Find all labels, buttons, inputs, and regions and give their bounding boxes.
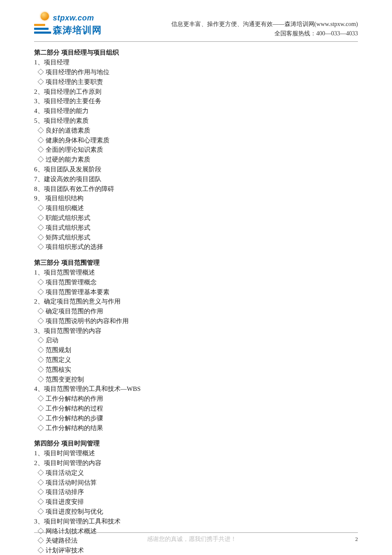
outline-item: 3、项目经理的主要任务	[34, 96, 358, 106]
logo: stpxw.com 森涛培训网	[34, 12, 102, 36]
section-title: 第二部分 项目经理与项目组织	[34, 48, 358, 58]
outline-sub-item: ◇ 全面的理论知识素质	[34, 145, 358, 155]
outline-item: 8、项目团队有效工作的障碍	[34, 184, 358, 194]
outline-sub-item: ◇ 健康的身体和心理素质	[34, 136, 358, 145]
outline-item: 3、项目时间管理的工具和技术	[34, 517, 358, 526]
outline-item: 6、项目团队及发展阶段	[34, 165, 358, 174]
outline-sub-item: ◇ 工作分解结构的步骤	[34, 413, 358, 423]
outline-sub-item: ◇ 职能式组织形式	[34, 213, 358, 223]
document-body: 第二部分 项目经理与项目组织1、项目经理◇ 项目经理的作用与地位◇ 项目经理的主…	[0, 42, 392, 555]
logo-sun-icon	[40, 12, 49, 20]
outline-sub-item: ◇ 项目经理的作用与地位	[34, 67, 358, 77]
hotline: 全国客服热线：400—033—4033	[102, 29, 358, 38]
outline-sub-item: ◇ 项目经理的主要职责	[34, 77, 358, 87]
outline-sub-item: ◇ 项目进度控制与优化	[34, 507, 358, 517]
outline-sub-item: ◇ 范围变更控制	[34, 375, 358, 384]
header-text: 信息更丰富、操作更方便、沟通更有效——森涛培训网(www.stpxw.com) …	[102, 12, 358, 38]
outline-sub-item: ◇ 范围核实	[34, 365, 358, 375]
outline-item: 7、建设高效的项目团队	[34, 174, 358, 184]
logo-url-text: stpxw.com	[53, 14, 94, 23]
outline-sub-item: ◇ 工作分解结构的过程	[34, 404, 358, 413]
outline-sub-item: ◇ 项目活动定义	[34, 468, 358, 478]
outline-sub-item: ◇ 项目范围管理概念	[34, 278, 358, 287]
footer-slogan: 感谢您的真诚，愿我们携手共进！	[34, 535, 349, 543]
outline-sub-item: ◇ 良好的道德素质	[34, 126, 358, 136]
outline-item: 4、项目范围管理的工具和技术—WBS	[34, 384, 358, 394]
outline-sub-item: ◇ 启动	[34, 335, 358, 345]
page-number: 2	[349, 536, 358, 543]
outline-item: 5、项目经理的素质	[34, 116, 358, 126]
section-title: 第四部分 项目时间管理	[34, 439, 358, 448]
outline-sub-item: ◇ 项目范围管理基本要素	[34, 287, 358, 297]
outline-sub-item: ◇ 项目式组织形式	[34, 223, 358, 233]
logo-bars-icon	[34, 24, 51, 35]
section-title: 第三部分 项目范围管理	[34, 258, 358, 268]
outline-item: 2、项目经理的工作原则	[34, 87, 358, 97]
outline-sub-item: ◇ 工作分解结构的作用	[34, 394, 358, 404]
outline-item: 9、 项目组织结构	[34, 194, 358, 203]
outline-item: 2、确定项目范围的意义与作用	[34, 297, 358, 306]
outline-sub-item: ◇ 项目组织概述	[34, 203, 358, 213]
outline-sub-item: ◇ 过硬的能力素质	[34, 155, 358, 165]
outline-item: 1、项目范围管理概述	[34, 268, 358, 278]
outline-sub-item: ◇ 项目活动排序	[34, 487, 358, 497]
outline-item: 3、项目范围管理的内容	[34, 326, 358, 336]
outline-sub-item: ◇ 确定项目范围的作用	[34, 306, 358, 316]
outline-sub-item: ◇ 计划评审技术	[34, 546, 358, 555]
outline-sub-item: ◇ 工作分解结构的结果	[34, 423, 358, 433]
page-footer: 感谢您的真诚，愿我们携手共进！ 2	[0, 532, 392, 543]
outline-sub-item: ◇ 项目范围说明书的内容和作用	[34, 316, 358, 326]
outline-sub-item: ◇ 矩阵式组织形式	[34, 233, 358, 243]
outline-sub-item: ◇ 项目进度安排	[34, 497, 358, 507]
outline-item: 2、项目时间管理的内容	[34, 458, 358, 468]
logo-cn-text: 森涛培训网	[53, 24, 102, 37]
tagline: 信息更丰富、操作更方便、沟通更有效——森涛培训网(www.stpxw.com)	[102, 20, 358, 29]
outline-item: 1、项目经理	[34, 58, 358, 67]
outline-sub-item: ◇ 范围定义	[34, 355, 358, 365]
outline-sub-item: ◇ 范围规划	[34, 345, 358, 355]
outline-sub-item: ◇ 项目活动时间估算	[34, 478, 358, 488]
outline-item: 1、项目时间管理概述	[34, 448, 358, 458]
page-header: stpxw.com 森涛培训网 信息更丰富、操作更方便、沟通更有效——森涛培训网…	[34, 0, 358, 42]
outline-item: 4、项目经理的能力	[34, 106, 358, 116]
outline-sub-item: ◇ 项目组织形式的选择	[34, 242, 358, 252]
